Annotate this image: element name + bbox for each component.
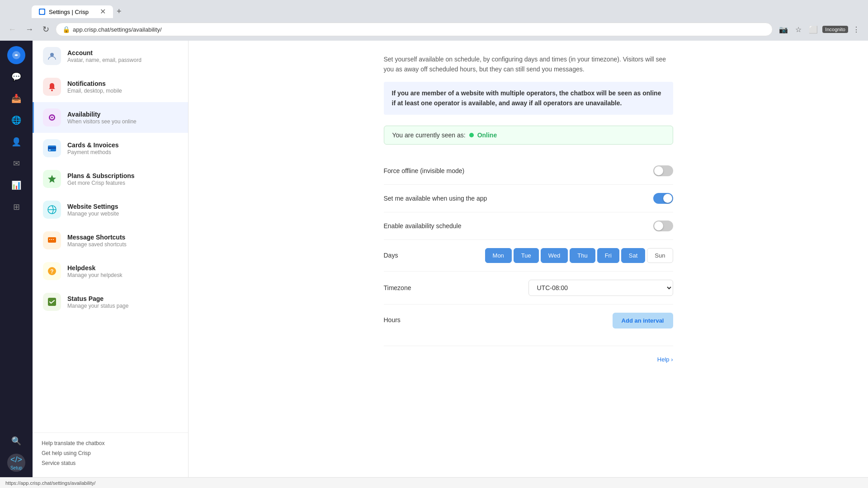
sidebar-item-website-settings[interactable]: Website Settings Manage your website [33, 194, 188, 225]
tab-close-button[interactable]: ✕ [100, 8, 106, 15]
sidebar-item-status-page[interactable]: Status Page Manage your status page [33, 286, 188, 317]
website-settings-title: Website Settings [67, 203, 119, 210]
crisp-logo-icon[interactable] [7, 46, 25, 64]
status-page-text: Status Page Manage your status page [67, 295, 128, 309]
availability-icon [43, 108, 61, 127]
sidebar-footer: Help translate the chatbox Get help usin… [33, 432, 188, 477]
set-available-toggle-knob [663, 194, 672, 203]
set-available-row: Set me available when using the app [384, 185, 673, 212]
sidebar-item-availability[interactable]: Availability When visitors see you onlin… [33, 102, 188, 133]
sidebar-item-account[interactable]: Account Avatar, name, email, password [33, 41, 188, 71]
refresh-button[interactable]: ↻ [40, 23, 52, 36]
enable-schedule-row: Enable availability schedule [384, 212, 673, 240]
day-sat-button[interactable]: Sat [621, 248, 646, 263]
main-content: Set yourself available on schedule, by c… [189, 41, 868, 477]
back-button[interactable]: ← [5, 23, 19, 36]
add-interval-button[interactable]: Add an interval [613, 313, 673, 328]
message-shortcuts-subtitle: Manage saved shortcuts [67, 241, 127, 248]
helpdesk-icon: ? [43, 262, 61, 280]
sidebar-item-notifications[interactable]: Notifications Email, desktop, mobile [33, 71, 188, 102]
enable-schedule-toggle[interactable] [653, 221, 673, 231]
hours-label: Hours [384, 316, 474, 324]
availability-title: Availability [67, 111, 137, 118]
message-shortcuts-title: Message Shortcuts [67, 234, 127, 241]
incognito-badge: Incognito [822, 26, 848, 33]
availability-subtitle: When visitors see you online [67, 118, 137, 125]
cards-subtitle: Payment methods [67, 149, 119, 155]
get-help-link[interactable]: Get help using Crisp [42, 450, 179, 456]
day-fri-button[interactable]: Fri [597, 248, 619, 263]
contacts-nav-icon[interactable]: 👤 [7, 133, 25, 151]
new-tab-button[interactable]: + [113, 5, 125, 18]
account-subtitle: Avatar, name, email, password [67, 57, 142, 63]
service-status-link[interactable]: Service status [42, 460, 179, 466]
enable-schedule-toggle-knob [654, 221, 663, 230]
help-link-section: Help › [384, 346, 673, 372]
inbox-nav-icon[interactable]: 📥 [7, 89, 25, 108]
helpdesk-subtitle: Manage your helpdesk [67, 272, 122, 278]
svg-point-2 [50, 53, 54, 56]
svg-rect-8 [48, 147, 56, 149]
address-bar[interactable]: 🔒 app.crisp.chat/settings/availability/ [56, 23, 773, 36]
timezone-select[interactable]: UTC-08:00 [528, 280, 673, 296]
plugins-nav-icon[interactable]: ⊞ [7, 198, 25, 216]
sidebar-item-message-shortcuts[interactable]: Message Shortcuts Manage saved shortcuts [33, 225, 188, 256]
message-shortcuts-text: Message Shortcuts Manage saved shortcuts [67, 234, 127, 248]
menu-icon[interactable]: ⋮ [850, 23, 863, 36]
notifications-title: Notifications [67, 80, 122, 87]
bookmark-star-icon[interactable]: ☆ [793, 23, 804, 36]
tab-restore-icon[interactable]: ⬜ [806, 23, 821, 36]
globe-nav-icon[interactable]: 🌐 [7, 111, 25, 129]
chat-nav-icon[interactable]: 💬 [7, 68, 25, 86]
description-text: Set yourself available on schedule, by c… [384, 54, 673, 75]
website-settings-subtitle: Manage your website [67, 211, 119, 217]
camera-icon[interactable]: 📷 [776, 23, 791, 36]
help-link[interactable]: Help › [657, 356, 673, 363]
day-mon-button[interactable]: Mon [485, 248, 512, 263]
account-text: Account Avatar, name, email, password [67, 49, 142, 63]
day-wed-button[interactable]: Wed [541, 248, 568, 263]
sidebar-item-cards[interactable]: Cards & Invoices Payment methods [33, 133, 188, 164]
browser-tab-active[interactable]: Settings | Crisp ✕ [32, 5, 113, 18]
help-translate-link[interactable]: Help translate the chatbox [42, 440, 179, 446]
svg-rect-0 [40, 9, 44, 14]
setup-label: Setup [10, 465, 22, 470]
analytics-nav-icon[interactable]: 📊 [7, 176, 25, 194]
forward-button[interactable]: → [23, 23, 36, 36]
day-tue-button[interactable]: Tue [514, 248, 539, 263]
plans-subtitle: Get more Crisp features [67, 180, 135, 186]
content-area: Set yourself available on schedule, by c… [366, 41, 691, 386]
timezone-label: Timezone [384, 284, 474, 291]
set-available-toggle[interactable] [653, 193, 673, 204]
message-shortcuts-icon [43, 231, 61, 249]
account-title: Account [67, 49, 142, 56]
day-thu-button[interactable]: Thu [570, 248, 595, 263]
svg-rect-9 [49, 150, 51, 150]
bottom-url: https://app.crisp.chat/settings/availabi… [5, 480, 95, 486]
sidebar: Account Avatar, name, email, password No… [33, 41, 189, 477]
helpdesk-title: Helpdesk [67, 264, 122, 272]
search-nav-icon[interactable]: 🔍 [7, 432, 25, 450]
browser-chrome: Settings | Crisp ✕ + ← → ↻ 🔒 app.crisp.c… [0, 0, 868, 41]
online-dot [469, 133, 474, 137]
svg-point-6 [51, 117, 53, 118]
lock-icon: 🔒 [62, 26, 70, 33]
sidebar-item-plans[interactable]: Plans & Subscriptions Get more Crisp fea… [33, 164, 188, 194]
hours-content: Add an interval [613, 313, 673, 328]
online-status-value: Online [477, 131, 497, 139]
status-page-icon [43, 293, 61, 311]
force-offline-toggle-knob [654, 166, 663, 175]
app-container: 💬 📥 🌐 👤 ✉ 📊 ⊞ 🔍 </> Setup Account Avatar… [0, 41, 868, 477]
force-offline-toggle[interactable] [653, 165, 673, 176]
svg-rect-15 [53, 239, 54, 240]
setup-nav-icon[interactable]: </> Setup [7, 454, 25, 472]
set-available-label: Set me available when using the app [384, 195, 487, 202]
website-settings-text: Website Settings Manage your website [67, 203, 119, 217]
notifications-icon [43, 78, 61, 96]
browser-tabs: Settings | Crisp ✕ + [0, 0, 868, 18]
svg-marker-10 [48, 175, 56, 183]
days-buttons: Mon Tue Wed Thu Fri Sat Sun [485, 248, 673, 263]
day-sun-button[interactable]: Sun [647, 248, 673, 263]
sidebar-item-helpdesk[interactable]: ? Helpdesk Manage your helpdesk [33, 256, 188, 286]
campaigns-nav-icon[interactable]: ✉ [7, 155, 25, 173]
